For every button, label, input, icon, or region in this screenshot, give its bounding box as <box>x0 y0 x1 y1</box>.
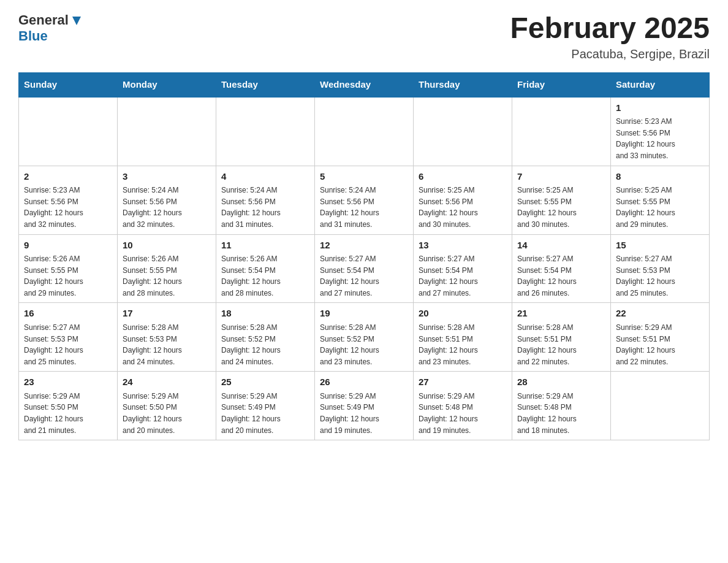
day-info: Sunrise: 5:25 AM Sunset: 5:55 PM Dayligh… <box>517 185 605 230</box>
header-sunday: Sunday <box>19 72 118 96</box>
day-number: 17 <box>123 307 211 321</box>
table-row: 2Sunrise: 5:23 AM Sunset: 5:56 PM Daylig… <box>19 166 118 234</box>
table-row: 20Sunrise: 5:28 AM Sunset: 5:51 PM Dayli… <box>414 303 512 372</box>
header-saturday: Saturday <box>611 72 710 96</box>
day-info: Sunrise: 5:26 AM Sunset: 5:55 PM Dayligh… <box>24 253 112 299</box>
table-row: 24Sunrise: 5:29 AM Sunset: 5:50 PM Dayli… <box>118 372 216 440</box>
day-number: 27 <box>419 375 507 389</box>
table-row <box>118 96 216 166</box>
table-row: 26Sunrise: 5:29 AM Sunset: 5:49 PM Dayli… <box>315 372 414 440</box>
day-info: Sunrise: 5:24 AM Sunset: 5:56 PM Dayligh… <box>221 185 309 230</box>
day-number: 21 <box>517 307 605 321</box>
calendar-week-row: 9Sunrise: 5:26 AM Sunset: 5:55 PM Daylig… <box>19 234 710 303</box>
day-number: 19 <box>320 307 408 321</box>
table-row: 14Sunrise: 5:27 AM Sunset: 5:54 PM Dayli… <box>512 234 611 303</box>
table-row: 1Sunrise: 5:23 AM Sunset: 5:56 PM Daylig… <box>611 96 710 166</box>
calendar-subtitle: Pacatuba, Sergipe, Brazil <box>510 47 710 61</box>
day-info: Sunrise: 5:26 AM Sunset: 5:54 PM Dayligh… <box>221 253 309 299</box>
day-info: Sunrise: 5:27 AM Sunset: 5:53 PM Dayligh… <box>616 253 704 299</box>
header-thursday: Thursday <box>414 72 512 96</box>
day-info: Sunrise: 5:29 AM Sunset: 5:48 PM Dayligh… <box>419 391 507 436</box>
day-number: 23 <box>24 375 112 389</box>
day-number: 3 <box>123 170 211 184</box>
day-info: Sunrise: 5:27 AM Sunset: 5:54 PM Dayligh… <box>320 253 408 299</box>
table-row: 19Sunrise: 5:28 AM Sunset: 5:52 PM Dayli… <box>315 303 414 372</box>
table-row: 27Sunrise: 5:29 AM Sunset: 5:48 PM Dayli… <box>414 372 512 440</box>
day-info: Sunrise: 5:23 AM Sunset: 5:56 PM Dayligh… <box>24 185 112 230</box>
page-header: General Blue February 2025 Pacatuba, Ser… <box>18 12 710 61</box>
day-number: 8 <box>616 170 704 184</box>
header-friday: Friday <box>512 72 611 96</box>
table-row: 3Sunrise: 5:24 AM Sunset: 5:56 PM Daylig… <box>118 166 216 234</box>
table-row: 16Sunrise: 5:27 AM Sunset: 5:53 PM Dayli… <box>19 303 118 372</box>
day-number: 24 <box>123 375 211 389</box>
day-number: 1 <box>616 101 704 115</box>
logo: General Blue <box>18 12 83 44</box>
table-row: 23Sunrise: 5:29 AM Sunset: 5:50 PM Dayli… <box>19 372 118 440</box>
day-info: Sunrise: 5:24 AM Sunset: 5:56 PM Dayligh… <box>320 185 408 230</box>
table-row <box>611 372 710 440</box>
day-info: Sunrise: 5:28 AM Sunset: 5:51 PM Dayligh… <box>517 322 605 367</box>
table-row: 28Sunrise: 5:29 AM Sunset: 5:48 PM Dayli… <box>512 372 611 440</box>
table-row <box>512 96 611 166</box>
table-row: 11Sunrise: 5:26 AM Sunset: 5:54 PM Dayli… <box>216 234 315 303</box>
table-row: 17Sunrise: 5:28 AM Sunset: 5:53 PM Dayli… <box>118 303 216 372</box>
day-number: 22 <box>616 307 704 321</box>
table-row: 15Sunrise: 5:27 AM Sunset: 5:53 PM Dayli… <box>611 234 710 303</box>
table-row: 12Sunrise: 5:27 AM Sunset: 5:54 PM Dayli… <box>315 234 414 303</box>
header-tuesday: Tuesday <box>216 72 315 96</box>
logo-blue-text: Blue <box>18 28 48 44</box>
table-row: 18Sunrise: 5:28 AM Sunset: 5:52 PM Dayli… <box>216 303 315 372</box>
day-info: Sunrise: 5:29 AM Sunset: 5:48 PM Dayligh… <box>517 391 605 436</box>
day-info: Sunrise: 5:24 AM Sunset: 5:56 PM Dayligh… <box>123 185 211 230</box>
day-number: 4 <box>221 170 309 184</box>
table-row: 9Sunrise: 5:26 AM Sunset: 5:55 PM Daylig… <box>19 234 118 303</box>
day-number: 28 <box>517 375 605 389</box>
day-number: 13 <box>419 239 507 253</box>
calendar-week-row: 16Sunrise: 5:27 AM Sunset: 5:53 PM Dayli… <box>19 303 710 372</box>
calendar-title: February 2025 <box>510 12 710 45</box>
day-info: Sunrise: 5:26 AM Sunset: 5:55 PM Dayligh… <box>123 253 211 299</box>
table-row: 21Sunrise: 5:28 AM Sunset: 5:51 PM Dayli… <box>512 303 611 372</box>
day-number: 14 <box>517 239 605 253</box>
day-info: Sunrise: 5:29 AM Sunset: 5:49 PM Dayligh… <box>221 391 309 436</box>
day-number: 15 <box>616 239 704 253</box>
day-number: 6 <box>419 170 507 184</box>
svg-marker-0 <box>72 17 81 25</box>
day-number: 18 <box>221 307 309 321</box>
day-number: 20 <box>419 307 507 321</box>
day-number: 10 <box>123 239 211 253</box>
header-wednesday: Wednesday <box>315 72 414 96</box>
calendar-week-row: 2Sunrise: 5:23 AM Sunset: 5:56 PM Daylig… <box>19 166 710 234</box>
day-info: Sunrise: 5:28 AM Sunset: 5:53 PM Dayligh… <box>123 322 211 367</box>
day-info: Sunrise: 5:27 AM Sunset: 5:53 PM Dayligh… <box>24 322 112 367</box>
day-info: Sunrise: 5:25 AM Sunset: 5:55 PM Dayligh… <box>616 185 704 230</box>
day-info: Sunrise: 5:28 AM Sunset: 5:52 PM Dayligh… <box>221 322 309 367</box>
day-number: 16 <box>24 307 112 321</box>
calendar-table: Sunday Monday Tuesday Wednesday Thursday… <box>18 72 710 440</box>
day-info: Sunrise: 5:28 AM Sunset: 5:51 PM Dayligh… <box>419 322 507 367</box>
table-row: 13Sunrise: 5:27 AM Sunset: 5:54 PM Dayli… <box>414 234 512 303</box>
day-info: Sunrise: 5:27 AM Sunset: 5:54 PM Dayligh… <box>419 253 507 299</box>
day-info: Sunrise: 5:23 AM Sunset: 5:56 PM Dayligh… <box>616 116 704 161</box>
day-number: 9 <box>24 239 112 253</box>
header-monday: Monday <box>118 72 216 96</box>
title-area: February 2025 Pacatuba, Sergipe, Brazil <box>510 12 710 61</box>
day-info: Sunrise: 5:28 AM Sunset: 5:52 PM Dayligh… <box>320 322 408 367</box>
logo-triangle-icon <box>70 14 83 28</box>
table-row: 7Sunrise: 5:25 AM Sunset: 5:55 PM Daylig… <box>512 166 611 234</box>
table-row: 5Sunrise: 5:24 AM Sunset: 5:56 PM Daylig… <box>315 166 414 234</box>
day-number: 25 <box>221 375 309 389</box>
table-row: 6Sunrise: 5:25 AM Sunset: 5:56 PM Daylig… <box>414 166 512 234</box>
table-row: 22Sunrise: 5:29 AM Sunset: 5:51 PM Dayli… <box>611 303 710 372</box>
day-info: Sunrise: 5:25 AM Sunset: 5:56 PM Dayligh… <box>419 185 507 230</box>
table-row <box>315 96 414 166</box>
day-info: Sunrise: 5:29 AM Sunset: 5:50 PM Dayligh… <box>123 391 211 436</box>
table-row <box>414 96 512 166</box>
weekday-header-row: Sunday Monday Tuesday Wednesday Thursday… <box>19 72 710 96</box>
calendar-week-row: 23Sunrise: 5:29 AM Sunset: 5:50 PM Dayli… <box>19 372 710 440</box>
table-row: 8Sunrise: 5:25 AM Sunset: 5:55 PM Daylig… <box>611 166 710 234</box>
day-number: 11 <box>221 239 309 253</box>
logo-general-text: General <box>18 12 69 28</box>
table-row: 4Sunrise: 5:24 AM Sunset: 5:56 PM Daylig… <box>216 166 315 234</box>
